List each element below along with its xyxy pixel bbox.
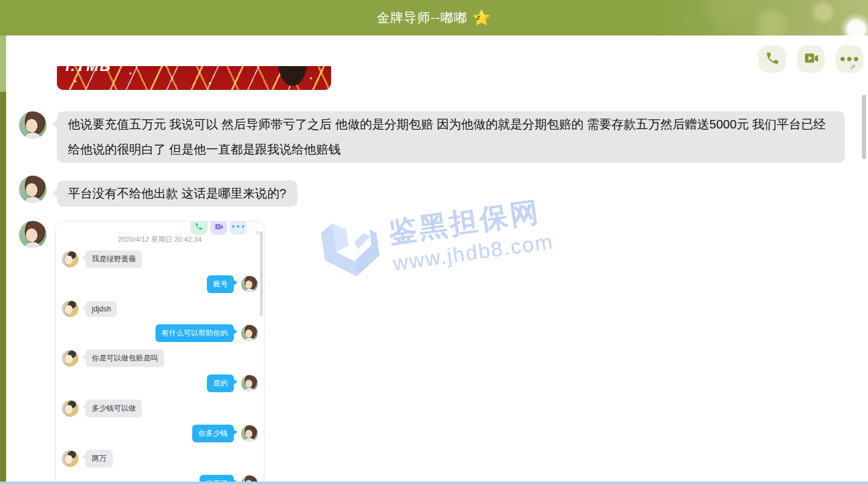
watermark: 鉴黑担保网 www.jhdb8.com: [312, 190, 555, 288]
message-bubble: 他说要充值五万元 我说可以 然后导师带亏了之后 他做的是分期包赔 因为他做的就是…: [57, 111, 845, 163]
title-bar: 金牌导师--嘟嘟 ⭐z: [0, 0, 868, 35]
avatar: [241, 425, 258, 442]
screenshot-toolbar: [190, 221, 247, 235]
message-bubble: 多少钱可以做: [86, 400, 142, 417]
promo-image-message[interactable]: I.TMB: [57, 66, 331, 90]
screenshot-message-row: 账号: [62, 275, 258, 293]
message-bubble: 账号: [207, 275, 234, 293]
screenshot-image-message[interactable]: ⇖ 2020/4/12 星期日 20:42:34 我是绿野蔷薇 账号 jdjds…: [55, 221, 264, 484]
message-bubble: 是的: [207, 374, 234, 392]
screenshot-messages: 我是绿野蔷薇 账号 jdjdsh 有什么可以帮助你的 你是可以做包赔是吗 是的 …: [56, 244, 264, 484]
avatar: [241, 375, 258, 392]
resize-arrow-icon: ⇗: [850, 62, 856, 71]
more-dots-icon: [840, 57, 858, 61]
desktop-wallpaper-strip: [0, 0, 6, 484]
message-bubble: 两万: [86, 450, 113, 467]
avatar: [241, 276, 258, 292]
message-row: 他说要充值五万元 我说可以 然后导师带亏了之后 他做的是分期包赔 因为他做的就是…: [19, 111, 845, 163]
screenshot-message-row: 是的: [62, 374, 258, 392]
scrollbar[interactable]: [862, 95, 866, 159]
star-badge-icon: ⭐z: [473, 10, 492, 25]
message-bubble: 我是绿野蔷薇: [86, 250, 142, 268]
avatar: [241, 325, 258, 341]
contact-name: 金牌导师--嘟嘟: [377, 9, 468, 26]
more-dots-icon: [230, 221, 247, 235]
watermark-url: www.jhdb8.com: [391, 229, 555, 275]
check-shield-logo-icon: [312, 214, 384, 288]
phone-icon: [765, 51, 780, 68]
avatar: [62, 300, 78, 317]
banner-figure: [265, 66, 320, 90]
page-title: 金牌导师--嘟嘟 ⭐z: [377, 9, 492, 26]
avatar: [62, 251, 78, 267]
screenshot-message-row: 你多少钱: [62, 425, 258, 442]
video-camera-icon: [803, 50, 819, 69]
chat-content-area: ⇗ I.TMB 他说要充值五万元 我说可以 然后导师带亏了之后 他做的是分期包赔…: [6, 35, 868, 484]
screenshot-message-row: 你是可以做包赔是吗: [62, 349, 258, 367]
message-row: ⇖ 2020/4/12 星期日 20:42:34 我是绿野蔷薇 账号 jdjds…: [19, 221, 264, 484]
message-bubble: 你多少钱: [192, 425, 234, 442]
banner-clipped-text: I.TMB: [65, 66, 111, 75]
message-bubble: jdjdsh: [86, 301, 117, 317]
bottom-accent-line: [0, 482, 868, 484]
video-call-button[interactable]: [797, 45, 825, 73]
avatar[interactable]: [19, 111, 47, 139]
message-bubble: 平台没有不给他出款 这话是哪里来说的?: [57, 181, 297, 207]
message-bubble: 你是可以做包赔是吗: [86, 349, 164, 367]
avatar: [62, 400, 78, 417]
screenshot-message-row: 多少钱可以做: [62, 400, 258, 417]
voice-call-button[interactable]: [758, 45, 786, 73]
avatar[interactable]: [19, 176, 47, 203]
phone-icon: [190, 221, 208, 235]
screenshot-scrollbar: [260, 231, 263, 316]
video-camera-icon: [210, 221, 227, 235]
watermark-title: 鉴黑担保网: [386, 192, 552, 251]
screenshot-message-row: 有什么可以帮助你的: [62, 324, 258, 342]
date-header: 2020/4/12 星期日 20:42:34: [56, 235, 264, 244]
screenshot-message-row: 两万: [62, 450, 258, 467]
screenshot-message-row: jdjdsh: [62, 300, 258, 317]
avatar: [62, 350, 78, 367]
screenshot-message-row: 我是绿野蔷薇: [62, 250, 258, 268]
chat-window: 金牌导师--嘟嘟 ⭐z ⇗ I.TMB 他说要充值五万元 我: [0, 0, 868, 484]
message-row: 平台没有不给他出款 这话是哪里来说的?: [19, 176, 297, 207]
avatar: [62, 450, 78, 467]
message-bubble: 有什么可以帮助你的: [155, 324, 234, 342]
avatar[interactable]: [19, 221, 47, 248]
